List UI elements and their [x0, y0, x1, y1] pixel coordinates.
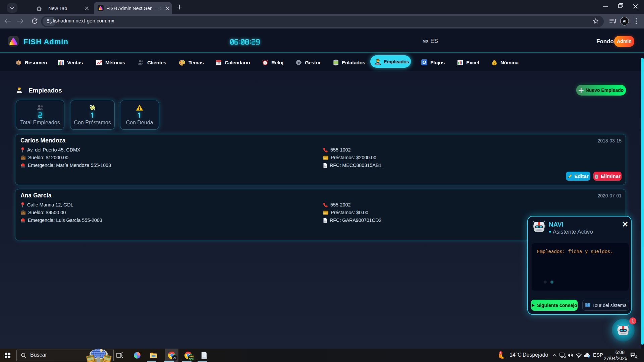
svg-text:3: 3: [635, 355, 636, 358]
svg-text:1: 1: [500, 351, 502, 355]
svg-text:$: $: [494, 62, 495, 65]
